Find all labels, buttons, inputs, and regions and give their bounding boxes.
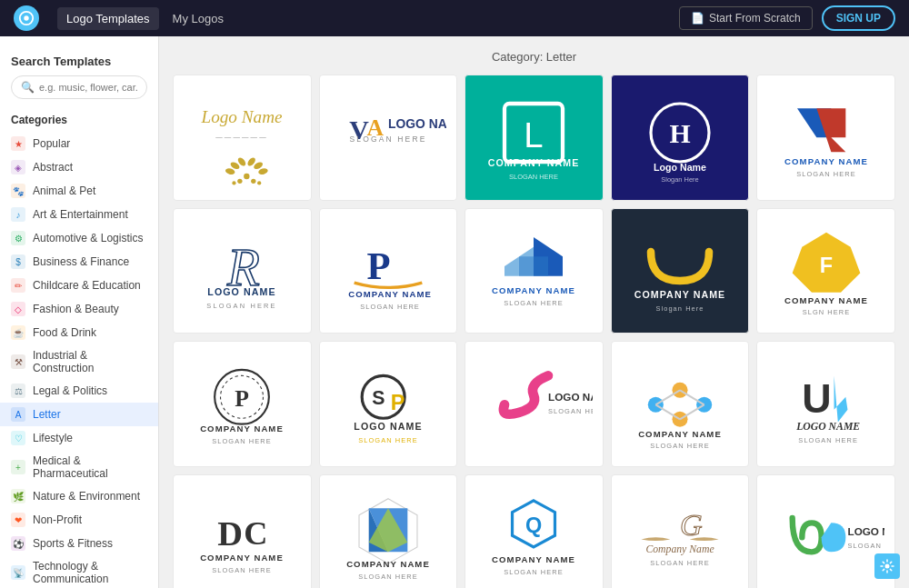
logo-card-6[interactable]: R LOGO NAME SLOGAN HERE xyxy=(173,208,312,334)
svg-text:SLOGAN HERE: SLOGAN HERE xyxy=(796,170,856,178)
start-from-scratch-button[interactable]: 📄 Start From Scratch xyxy=(679,6,813,30)
svg-text:COMPANY NAME: COMPANY NAME xyxy=(634,289,726,300)
svg-text:SLOGAN HERE: SLOGAN HERE xyxy=(358,573,418,581)
svg-text:F: F xyxy=(820,254,833,277)
category-label-text: Automotive & Logistics xyxy=(33,232,143,244)
logo-card-15[interactable]: U LOGO NAME SLOGAN HERE xyxy=(756,341,895,467)
sidebar-item-animal---pet[interactable]: 🐾 Animal & Pet xyxy=(0,179,158,203)
logo-card-3[interactable]: L COMPANY NAME SLOGAN HERE xyxy=(464,75,604,201)
sidebar-item-legal---politics[interactable]: ⚖ Legal & Politics xyxy=(0,379,158,403)
logo-card-16[interactable]: D C COMPANY NAME SLOGAN HERE xyxy=(173,474,312,588)
sidebar-item-automotive---logistics[interactable]: ⚙ Automotive & Logistics xyxy=(0,226,158,250)
category-icon: $ xyxy=(11,254,25,269)
category-label-text: Animal & Pet xyxy=(33,184,95,197)
svg-text:SLOGAN HERE: SLOGAN HERE xyxy=(360,303,420,311)
svg-text:SLOGAN HERE: SLOGAN HERE xyxy=(213,436,273,444)
logo-card-19[interactable]: G Company Name SLOGAN HERE xyxy=(611,474,750,588)
category-icon: ✏ xyxy=(11,278,25,293)
sidebar-item-sports---fitness[interactable]: ⚽ Sports & Fitness xyxy=(0,532,158,555)
svg-text:S: S xyxy=(372,387,385,409)
svg-text:LOGO NAME: LOGO NAME xyxy=(847,525,884,537)
header: Logo Templates My Logos 📄 Start From Scr… xyxy=(0,0,909,36)
settings-button[interactable] xyxy=(874,553,900,579)
sidebar-item-medical---pharmaceutical[interactable]: + Medical & Pharmaceutical xyxy=(0,450,158,484)
logo-card-8[interactable]: COMPANY NAME SLOGAN HERE xyxy=(464,208,604,334)
content-area: Category: Letter Logo Name —————— xyxy=(159,36,909,588)
app-logo[interactable] xyxy=(14,5,39,31)
logo-card-4[interactable]: H Logo Name Slogan Here xyxy=(611,75,750,201)
category-label-text: Non-Profit xyxy=(33,513,82,526)
logo-card-13[interactable]: LOGO NAME SLOGAN HERE xyxy=(464,341,604,467)
document-icon: 📄 xyxy=(691,12,704,25)
logo-card-5[interactable]: COMPANY NAME SLOGAN HERE xyxy=(756,75,895,201)
svg-text:COMPANY NAME: COMPANY NAME xyxy=(784,156,868,166)
sidebar-item-non-profit[interactable]: ❤ Non-Profit xyxy=(0,508,158,532)
category-icon: ☕ xyxy=(11,325,25,340)
sidebar-item-letter[interactable]: A Letter xyxy=(0,403,158,426)
svg-point-60 xyxy=(673,382,688,397)
category-icon: 📡 xyxy=(11,565,25,580)
category-icon: ★ xyxy=(11,136,25,151)
svg-point-12 xyxy=(251,179,255,184)
svg-point-63 xyxy=(673,411,688,426)
svg-point-1 xyxy=(24,15,28,20)
logo-card-14[interactable]: COMPANY NAME SLOGAN HERE xyxy=(611,341,750,467)
svg-marker-39 xyxy=(519,256,548,275)
svg-line-66 xyxy=(655,404,680,419)
category-label-text: Art & Entertainment xyxy=(33,208,128,221)
logo-card-1[interactable]: Logo Name —————— xyxy=(173,75,312,201)
category-label-text: Medical & Pharmaceutical xyxy=(33,454,147,480)
logo-card-17[interactable]: COMPANY NAME SLOGAN HERE xyxy=(319,474,458,588)
svg-text:Logo Name: Logo Name xyxy=(654,162,706,173)
signup-button[interactable]: SIGN UP xyxy=(822,5,895,31)
svg-text:Slogan Here: Slogan Here xyxy=(656,304,704,313)
category-icon: ❤ xyxy=(11,513,25,527)
logo-card-10[interactable]: F COMPANY NAME SLGN HERE xyxy=(756,208,895,334)
sidebar-item-popular[interactable]: ★ Popular xyxy=(0,132,158,155)
logo-card-7[interactable]: P COMPANY NAME SLOGAN HERE xyxy=(319,208,458,334)
search-input[interactable] xyxy=(39,82,137,93)
svg-text:C: C xyxy=(244,515,267,552)
svg-text:SLOGAN HERE: SLOGAN HERE xyxy=(798,435,858,443)
search-box: 🔍 xyxy=(11,75,147,99)
sidebar-item-business---finance[interactable]: $ Business & Finance xyxy=(0,250,158,274)
logo-card-9[interactable]: COMPANY NAME Slogan Here xyxy=(611,208,750,334)
nav-my-logos[interactable]: My Logos xyxy=(164,7,233,30)
sidebar-item-nature---environment[interactable]: 🌿 Nature & Environment xyxy=(0,484,158,508)
main-layout: Search Templates 🔍 Categories ★ Popular … xyxy=(0,36,909,588)
logo-card-18[interactable]: Q COMPANY NAME SLOGAN HERE xyxy=(464,474,604,588)
category-label-text: Abstract xyxy=(33,161,73,174)
sidebar-item-industrial---construction[interactable]: ⚒ Industrial & Construction xyxy=(0,344,158,379)
svg-point-11 xyxy=(237,179,242,184)
logo-card-12[interactable]: S P LOGO NAME SLOGAN HERE xyxy=(319,341,458,467)
sidebar-item-abstract[interactable]: ◈ Abstract xyxy=(0,155,158,179)
logo-card-2[interactable]: V A LOGO NAME SLOGAN HERE xyxy=(319,75,458,201)
nav-logo-templates[interactable]: Logo Templates xyxy=(57,7,159,30)
sidebar-item-childcare---education[interactable]: ✏ Childcare & Education xyxy=(0,274,158,297)
sidebar-item-lifestyle[interactable]: ♡ Lifestyle xyxy=(0,426,158,450)
svg-point-10 xyxy=(244,174,249,179)
sidebar-item-technology---communication[interactable]: 📡 Technology & Communication xyxy=(0,555,158,588)
category-icon: + xyxy=(11,460,25,474)
category-icon: ⚒ xyxy=(11,354,25,369)
svg-marker-71 xyxy=(834,375,847,422)
svg-text:H: H xyxy=(669,118,690,148)
sidebar-item-fashion---beauty[interactable]: ◇ Fashion & Beauty xyxy=(0,297,158,321)
svg-text:COMPANY NAME: COMPANY NAME xyxy=(200,424,284,434)
svg-text:SLOGAN HERE: SLOGAN HERE xyxy=(510,173,559,181)
sidebar-item-art---entertainment[interactable]: ♪ Art & Entertainment xyxy=(0,203,158,226)
svg-text:P: P xyxy=(391,390,405,414)
svg-text:COMPANY NAME: COMPANY NAME xyxy=(346,560,430,570)
svg-point-13 xyxy=(233,181,236,184)
svg-text:P: P xyxy=(235,385,249,412)
svg-text:SLOGAN HERE: SLOGAN HERE xyxy=(349,135,426,144)
svg-text:SLOGAN HERE: SLOGAN HERE xyxy=(213,566,273,574)
svg-text:COMPANY NAME: COMPANY NAME xyxy=(493,285,576,295)
svg-text:COMPANY NAME: COMPANY NAME xyxy=(638,428,722,438)
logo-card-11[interactable]: P COMPANY NAME SLOGAN HERE xyxy=(173,341,312,467)
category-label-text: Lifestyle xyxy=(33,432,73,444)
svg-text:LOGO NAME: LOGO NAME xyxy=(388,116,446,131)
svg-text:LOGO NAME: LOGO NAME xyxy=(354,421,422,432)
sidebar-item-food---drink[interactable]: ☕ Food & Drink xyxy=(0,321,158,344)
category-icon: 🌿 xyxy=(11,489,25,503)
